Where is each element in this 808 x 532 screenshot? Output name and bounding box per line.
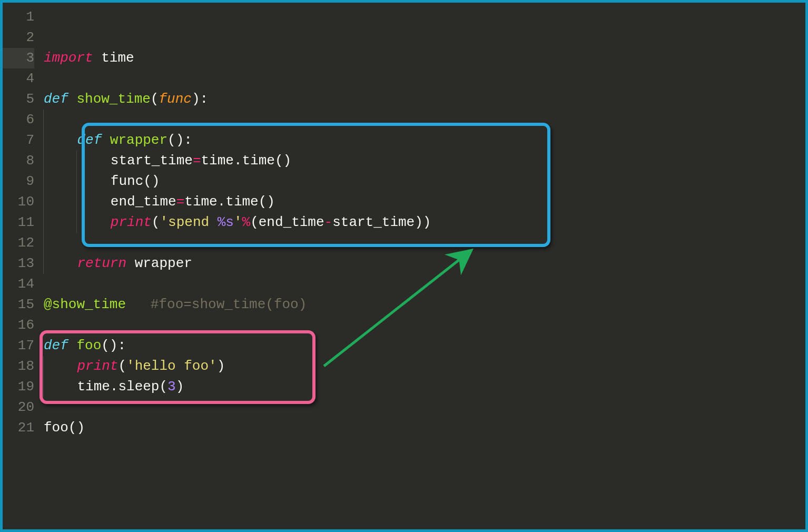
code-line[interactable]: start_time=time.time() [44, 151, 805, 171]
string-literal: 'spend [160, 214, 217, 230]
code-line[interactable]: print('spend %s'%(end_time-start_time)) [44, 212, 805, 233]
paren: ) [217, 358, 225, 374]
code-line[interactable]: return wrapper [44, 253, 805, 274]
number-literal: 3 [167, 379, 176, 395]
text [102, 132, 110, 148]
code-line[interactable]: def show_time(func): [44, 89, 805, 110]
line-number: 16 [3, 315, 34, 336]
line-number: 15 [3, 294, 34, 315]
line-number-gutter: 1 2 3 4 5 6 7 8 9 10 11 12 13 14 15 16 1… [3, 3, 44, 529]
code-line[interactable]: print('hello foo') [44, 356, 805, 377]
expression: start_time)) [332, 214, 431, 230]
line-number: 3 [3, 48, 34, 68]
line-number: 11 [3, 212, 34, 233]
paren: ): [192, 91, 208, 107]
code-area[interactable]: import time def show_time(func): def wra… [44, 3, 805, 529]
code-line[interactable] [44, 315, 805, 336]
code-line[interactable]: end_time=time.time() [44, 192, 805, 212]
string-literal: 'hello foo' [126, 358, 217, 374]
line-number: 8 [3, 151, 34, 171]
keyword-import: import [44, 50, 93, 66]
builtin-print: print [77, 358, 118, 374]
code-line[interactable] [44, 233, 805, 253]
comment: #foo=show_time(foo) [151, 297, 307, 312]
line-number: 20 [3, 397, 34, 418]
keyword-def: def [77, 132, 102, 148]
code-line[interactable]: def foo(): [44, 336, 805, 356]
paren: ( [118, 358, 126, 374]
builtin-print: print [111, 214, 152, 230]
expression: time.time() [201, 153, 291, 169]
function-name: show_time [76, 91, 150, 107]
text [126, 297, 151, 312]
line-number: 5 [3, 89, 34, 110]
code-line[interactable] [44, 274, 805, 294]
paren: ( [151, 91, 159, 107]
code-line[interactable]: foo() [44, 418, 805, 438]
code-line[interactable] [44, 397, 805, 418]
code-line[interactable] [44, 68, 805, 89]
expression: (end_time [250, 214, 324, 230]
keyword-return: return [77, 255, 126, 271]
paren: ( [152, 214, 160, 230]
code-line[interactable]: import time [44, 48, 805, 68]
line-number: 9 [3, 171, 34, 192]
identifier: wrapper [135, 255, 192, 271]
function-call: time.sleep( [77, 379, 167, 395]
operator: = [193, 153, 201, 169]
decorator: @show_time [44, 297, 126, 312]
operator: - [324, 214, 333, 230]
module-name: time [101, 50, 134, 66]
function-name: foo [76, 338, 101, 353]
paren: ) [176, 379, 184, 395]
variable: end_time [111, 194, 176, 210]
code-line[interactable]: def wrapper(): [44, 130, 805, 151]
function-call: func() [111, 173, 160, 189]
paren: (): [167, 132, 192, 148]
code-line[interactable] [44, 7, 805, 27]
code-line[interactable] [44, 27, 805, 48]
format-spec: %s [218, 214, 234, 230]
text [93, 50, 102, 66]
code-editor[interactable]: 1 2 3 4 5 6 7 8 9 10 11 12 13 14 15 16 1… [3, 3, 805, 529]
text [126, 255, 135, 271]
keyword-def: def [44, 91, 68, 107]
parameter: func [159, 91, 191, 107]
line-number: 12 [3, 233, 34, 253]
text [68, 91, 77, 107]
code-line[interactable]: time.sleep(3) [44, 377, 805, 397]
line-number: 10 [3, 192, 34, 212]
function-call: foo() [44, 420, 85, 436]
line-number: 4 [3, 68, 34, 89]
code-line[interactable] [44, 110, 805, 130]
function-name: wrapper [110, 132, 167, 148]
text [68, 338, 77, 353]
line-number: 7 [3, 130, 34, 151]
line-number: 17 [3, 336, 34, 356]
variable: start_time [111, 153, 193, 169]
paren: (): [101, 338, 126, 353]
line-number: 6 [3, 110, 34, 130]
line-number: 19 [3, 377, 34, 397]
line-number: 21 [3, 418, 34, 438]
line-number: 1 [3, 7, 34, 27]
operator: % [242, 214, 251, 230]
expression: time.time() [184, 194, 275, 210]
code-line[interactable]: func() [44, 171, 805, 192]
operator: = [176, 194, 185, 210]
line-number: 2 [3, 27, 34, 48]
line-number: 13 [3, 253, 34, 274]
string-literal: ' [234, 214, 242, 230]
keyword-def: def [44, 338, 68, 353]
code-line[interactable]: @show_time #foo=show_time(foo) [44, 294, 805, 315]
line-number: 14 [3, 274, 34, 294]
line-number: 18 [3, 356, 34, 377]
